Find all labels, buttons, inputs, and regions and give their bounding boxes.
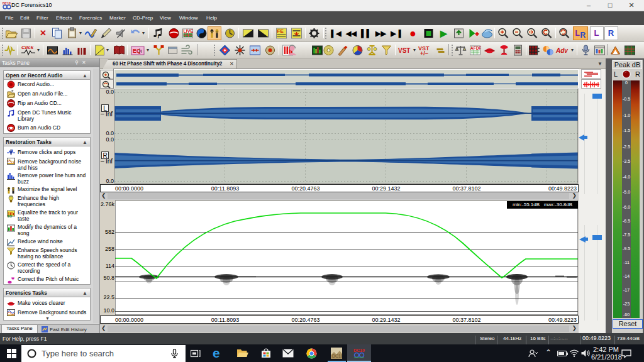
svg-text:LIVE: LIVE: [184, 29, 194, 33]
svg-text:R: R: [580, 31, 586, 40]
svg-text:DC10: DC10: [353, 348, 365, 353]
svg-text:VST: VST: [398, 47, 410, 54]
svg-text:L: L: [575, 29, 580, 38]
svg-text:CD: CD: [8, 126, 14, 130]
svg-text:AFDF: AFDF: [470, 46, 481, 50]
svg-text:DC10: DC10: [332, 354, 342, 358]
svg-text:+/−: +/−: [420, 50, 428, 57]
svg-text:DC10: DC10: [3, 1, 11, 5]
svg-text:Click: Click: [21, 45, 34, 50]
svg-text:EQ: EQ: [8, 214, 12, 218]
svg-text:FE: FE: [277, 28, 284, 34]
svg-text:Adv: Adv: [555, 47, 569, 54]
